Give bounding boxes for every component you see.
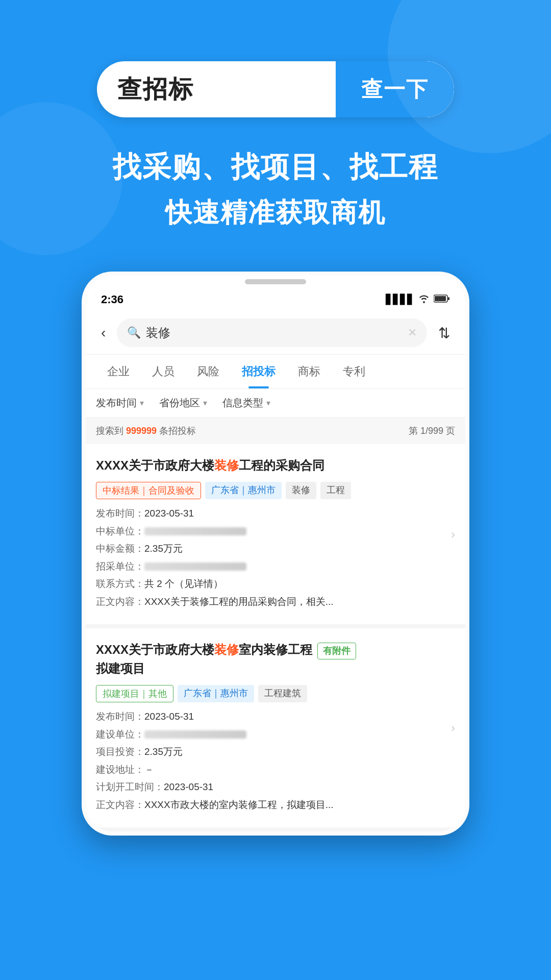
result-title-line2-2: 拟建项目 (96, 662, 145, 675)
result-title-prefix-2: XXXX关于市政府大楼 (96, 643, 214, 656)
battery-icon (434, 294, 450, 306)
search-input-text: 查招标 (117, 73, 194, 106)
info-value-starttime-2: 2023-05-31 (164, 780, 213, 795)
result-item-1[interactable]: XXXX关于市政府大楼装修工程的采购合同 中标结果｜合同及验收 广东省｜惠州市 … (86, 444, 465, 628)
info-value-investment-2: 2.35万元 (144, 745, 183, 760)
tab-enterprise[interactable]: 企业 (96, 355, 141, 388)
phone-notch-bar (86, 276, 465, 288)
result-tags-1: 中标结果｜合同及验收 广东省｜惠州市 装修 工程 (96, 482, 455, 499)
filter-region[interactable]: 省份地区 ▾ (159, 396, 207, 410)
result-title-suffix-1: 工程的采购合同 (239, 458, 324, 472)
info-value-content-2: XXXX市政大楼的室内装修工程，拟建项目... (144, 798, 334, 813)
filter-button[interactable]: ⇅ (433, 325, 455, 341)
results-info-bar: 搜索到 999999 条招投标 第 1/999 页 (86, 418, 465, 444)
phone-container: 2:36 ▋▋▋▋ ‹ (0, 272, 551, 836)
svg-rect-2 (448, 297, 449, 300)
search-input-area[interactable]: 查招标 (97, 73, 336, 106)
info-label-amount-1: 中标金额： (96, 542, 144, 556)
info-value-contact-1: 共 2 个（见详情） (144, 577, 223, 592)
info-builder-2: 建设单位： (96, 727, 455, 742)
info-label-builder-2: 建设单位： (96, 727, 144, 742)
info-label-content-2: 正文内容： (96, 798, 144, 813)
info-value-winner-1 (144, 527, 246, 535)
result-tags-2: 拟建项目｜其他 广东省｜惠州市 工程建筑 (96, 685, 455, 702)
info-label-starttime-2: 计划开工时间： (96, 780, 164, 795)
results-suffix: 条招投标 (157, 426, 196, 436)
filter-type-arrow: ▾ (266, 398, 270, 408)
filter-region-label: 省份地区 (159, 396, 200, 410)
status-time: 2:36 (101, 293, 123, 306)
signal-icon: ▋▋▋▋ (386, 294, 414, 305)
info-content-2: 正文内容： XXXX市政大楼的室内装修工程，拟建项目... (96, 798, 455, 813)
info-contact-1: 联系方式： 共 2 个（见详情） (96, 577, 455, 592)
tag-result-type-2: 拟建项目｜其他 (96, 685, 173, 702)
result-title-1: XXXX关于市政府大楼装修工程的采购合同 (96, 456, 455, 475)
svg-rect-1 (435, 296, 446, 301)
result-title-highlight-1: 装修 (214, 458, 239, 472)
tab-bidding[interactable]: 招投标 (231, 355, 287, 388)
info-content-1: 正文内容： XXXX关于装修工程的用品采购合同，相关... (96, 595, 455, 609)
info-buyer-1: 招采单位： (96, 559, 455, 574)
tag-cat-2: 工程 (320, 482, 351, 499)
result-title-prefix-1: XXXX关于市政府大楼 (96, 458, 214, 472)
tab-person[interactable]: 人员 (141, 355, 186, 388)
info-publish-time-2: 发布时间： 2023-05-31 (96, 709, 455, 724)
info-publish-time-1: 发布时间： 2023-05-31 (96, 506, 455, 521)
result-title-2: XXXX关于市政府大楼装修室内装修工程有附件拟建项目 (96, 641, 455, 678)
filter-type[interactable]: 信息类型 ▾ (222, 396, 270, 410)
info-label-time-2: 发布时间： (96, 709, 144, 724)
tab-risk[interactable]: 风险 (186, 355, 231, 388)
back-button[interactable]: ‹ (96, 325, 111, 341)
phone-notch (245, 279, 306, 284)
result-list: XXXX关于市政府大楼装修工程的采购合同 中标结果｜合同及验收 广东省｜惠州市 … (86, 444, 465, 831)
wifi-icon (418, 294, 430, 306)
results-summary: 搜索到 999999 条招投标 (96, 425, 196, 437)
search-icon-small: 🔍 (127, 326, 141, 339)
info-value-time-2: 2023-05-31 (144, 709, 194, 724)
info-winner-1: 中标单位： (96, 524, 455, 539)
tag-cat-3: 工程建筑 (258, 685, 307, 702)
info-label-winner-1: 中标单位： (96, 524, 144, 539)
tab-patent[interactable]: 专利 (332, 355, 377, 388)
info-value-time-1: 2023-05-31 (144, 506, 194, 521)
info-label-content-1: 正文内容： (96, 595, 144, 609)
status-icons: ▋▋▋▋ (386, 294, 450, 306)
tag-region-1: 广东省｜惠州市 (205, 482, 282, 499)
result-item-2[interactable]: XXXX关于市政府大楼装修室内装修工程有附件拟建项目 拟建项目｜其他 广东省｜惠… (86, 628, 465, 831)
result-title-highlight-2: 装修 (214, 643, 239, 656)
info-label-investment-2: 项目投资： (96, 745, 144, 760)
filter-region-arrow: ▾ (203, 398, 207, 408)
search-clear-icon[interactable]: ✕ (408, 326, 417, 339)
phone-search-input[interactable]: 🔍 装修 ✕ (117, 318, 427, 347)
info-label-buyer-1: 招采单位： (96, 559, 144, 574)
filter-time-label: 发布时间 (96, 396, 137, 410)
tabs-bar: 企业 人员 风险 招投标 商标 专利 (86, 355, 465, 389)
phone-mockup: 2:36 ▋▋▋▋ ‹ (82, 272, 469, 836)
result-arrow-2: › (451, 721, 455, 735)
results-count: 999999 (126, 426, 157, 436)
info-starttime-2: 计划开工时间： 2023-05-31 (96, 780, 455, 795)
result-title-suffix-2: 室内装修工程 (239, 643, 312, 656)
result-arrow-1: › (451, 527, 455, 542)
results-prefix: 搜索到 (96, 426, 126, 436)
tag-cat-1: 装修 (286, 482, 316, 499)
attachment-badge: 有附件 (317, 643, 356, 659)
search-input-value: 装修 (146, 325, 170, 341)
status-bar: 2:36 ▋▋▋▋ (86, 288, 465, 311)
phone-search-bar: ‹ 🔍 装修 ✕ ⇅ (86, 311, 465, 355)
info-value-builder-2 (144, 730, 246, 739)
info-label-time-1: 发布时间： (96, 506, 144, 521)
filter-time-arrow: ▾ (140, 398, 144, 408)
info-value-buyer-1 (144, 562, 246, 571)
filter-type-label: 信息类型 (222, 396, 263, 410)
info-value-content-1: XXXX关于装修工程的用品采购合同，相关... (144, 595, 334, 609)
tag-region-2: 广东省｜惠州市 (178, 685, 254, 702)
info-amount-1: 中标金额： 2.35万元 (96, 542, 455, 556)
results-page: 第 1/999 页 (409, 425, 455, 437)
info-label-contact-1: 联系方式： (96, 577, 144, 592)
tab-trademark[interactable]: 商标 (287, 355, 332, 388)
info-value-address-2: － (144, 763, 154, 777)
filters-bar: 发布时间 ▾ 省份地区 ▾ 信息类型 ▾ (86, 389, 465, 418)
info-label-address-2: 建设地址： (96, 763, 144, 777)
filter-time[interactable]: 发布时间 ▾ (96, 396, 144, 410)
